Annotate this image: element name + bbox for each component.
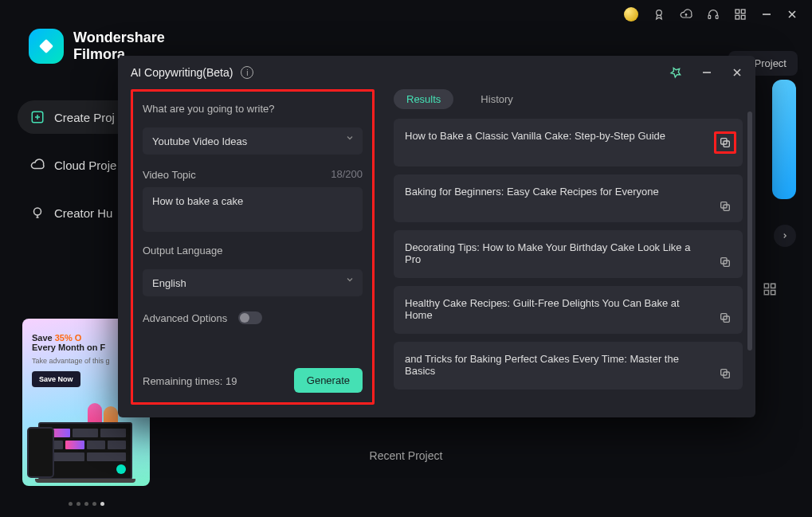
window-close-icon[interactable] [787, 9, 798, 20]
pin-icon[interactable] [669, 66, 682, 79]
svg-point-14 [34, 208, 41, 215]
copy-icon[interactable] [714, 131, 736, 154]
promo-illustration [22, 406, 150, 486]
chevron-down-icon [345, 275, 355, 284]
modal-title: AI Copywriting(Beta) [131, 66, 233, 79]
tab-results[interactable]: Results [394, 89, 453, 109]
results-tabs: Results History [394, 89, 743, 109]
copy-icon[interactable] [719, 256, 733, 270]
nav-cloud-label: Cloud Proje [54, 159, 116, 172]
results-list: How to Bake a Classic Vanilla Cake: Step… [394, 119, 743, 405]
info-icon[interactable]: i [241, 66, 253, 79]
result-item[interactable]: How to Bake a Classic Vanilla Cake: Step… [394, 119, 743, 166]
tab-history[interactable]: History [468, 89, 525, 109]
headphones-icon[interactable] [707, 8, 720, 21]
output-language-label: Output Language [143, 245, 363, 257]
result-item[interactable]: Decorating Tips: How to Make Your Birthd… [394, 230, 743, 278]
modal-close-icon[interactable] [732, 67, 743, 78]
svg-rect-19 [764, 291, 768, 295]
grid-icon[interactable] [734, 8, 747, 21]
generate-button[interactable]: Generate [294, 368, 363, 393]
cloud-upload-icon[interactable] [680, 8, 692, 21]
result-text: Decorating Tips: How to Make Your Birthd… [405, 241, 704, 265]
svg-rect-3 [736, 10, 739, 14]
bulb-icon [30, 206, 45, 220]
results-scrollbar[interactable] [747, 112, 752, 406]
result-item[interactable]: Baking for Beginners: Easy Cake Recipes … [394, 174, 743, 222]
promo-pct: 35% O [55, 333, 82, 343]
premium-icon[interactable] [624, 7, 638, 22]
promo-cta[interactable]: Save Now [32, 371, 80, 387]
plus-square-icon [30, 110, 45, 124]
modal-header: AI Copywriting(Beta) i [118, 56, 755, 89]
result-item[interactable]: Healthy Cake Recipes: Guilt-Free Delight… [394, 286, 743, 334]
medal-icon[interactable] [653, 8, 665, 21]
video-topic-label: Video Topic [143, 169, 196, 181]
results-panel: Results History How to Bake a Classic Va… [394, 89, 743, 405]
copywriting-form-panel: What are you going to write? Youtube Vid… [131, 89, 375, 405]
svg-rect-18 [771, 284, 775, 288]
advanced-options-label: Advanced Options [143, 312, 227, 324]
ai-copywriting-modal: AI Copywriting(Beta) i What are you goin… [118, 56, 755, 417]
promo-pagination-dots[interactable] [69, 502, 104, 506]
svg-rect-6 [741, 15, 745, 19]
svg-rect-17 [764, 284, 768, 288]
copy-icon[interactable] [719, 311, 733, 326]
result-text: Baking for Beginners: Easy Cake Recipes … [405, 186, 659, 198]
promo-save-prefix: Save [32, 333, 55, 343]
brand-line1: Wondershare [73, 29, 165, 46]
copy-icon[interactable] [719, 367, 733, 382]
svg-rect-1 [708, 15, 711, 18]
recent-project-heading: Recent Project [0, 449, 812, 462]
language-select[interactable]: English [143, 269, 363, 296]
svg-rect-20 [771, 291, 775, 295]
svg-rect-10 [39, 39, 53, 53]
result-item[interactable]: and Tricks for Baking Perfect Cakes Ever… [394, 342, 743, 390]
svg-rect-5 [736, 15, 739, 19]
prompt-label: What are you going to write? [143, 103, 363, 115]
cloud-icon [30, 158, 45, 172]
svg-rect-4 [741, 10, 745, 14]
window-minimize-icon[interactable] [761, 9, 772, 20]
modal-minimize-icon[interactable] [701, 67, 712, 78]
nav-hub-label: Creator Hu [54, 206, 112, 220]
write-type-select[interactable]: Youtube Video Ideas [143, 127, 363, 155]
logo-mark [29, 29, 64, 64]
advanced-options-toggle[interactable] [238, 311, 262, 324]
video-topic-counter: 18/200 [331, 168, 363, 180]
video-topic-input[interactable] [143, 187, 363, 232]
view-grid-icon[interactable] [763, 282, 777, 296]
nav-create-label: Create Proj [54, 111, 115, 124]
svg-rect-2 [716, 15, 718, 18]
remaining-times: Remaining times: 19 [143, 375, 237, 387]
svg-point-0 [657, 10, 662, 16]
template-card-peek[interactable] [772, 80, 796, 199]
chevron-down-icon [345, 133, 355, 143]
result-text: How to Bake a Classic Vanilla Cake: Step… [405, 130, 665, 142]
carousel-next-button[interactable] [774, 225, 796, 247]
result-text: and Tricks for Baking Perfect Cakes Ever… [405, 353, 704, 377]
titlebar [624, 0, 812, 29]
result-text: Healthy Cake Recipes: Guilt-Free Delight… [405, 297, 704, 321]
copy-icon[interactable] [719, 200, 733, 214]
